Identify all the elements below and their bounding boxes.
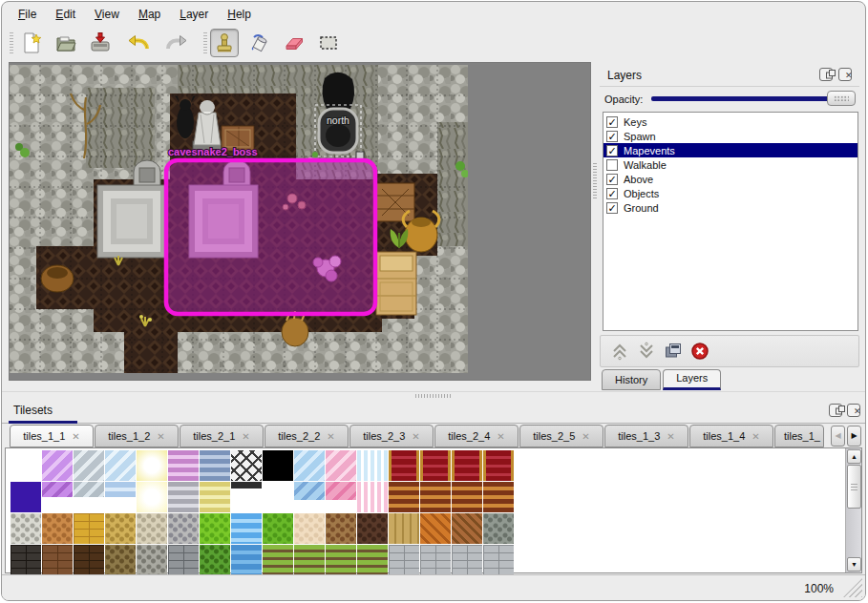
tileset-tab-tiles_1_4[interactable]: tiles_1_4✕	[689, 425, 773, 447]
close-tab-icon[interactable]: ✕	[242, 431, 249, 442]
open-map-button[interactable]	[52, 29, 80, 57]
toolbar-drag-handle[interactable]	[10, 32, 13, 55]
layer-row-keys[interactable]: ✓Keys	[603, 114, 857, 129]
layer-row-spawn[interactable]: ✓Spawn	[603, 129, 857, 143]
tileset-tile[interactable]	[74, 482, 104, 497]
float-panel-button[interactable]	[829, 404, 842, 417]
tileset-tile[interactable]	[74, 513, 104, 544]
layer-row-above[interactable]: ✓Above	[603, 172, 857, 186]
tileset-tile[interactable]	[231, 450, 262, 481]
tileset-tile[interactable]	[200, 450, 230, 481]
layer-visibility-checkbox[interactable]: ✓	[606, 188, 618, 199]
tab-history[interactable]: History	[602, 369, 661, 390]
tileset-tab-tiles_2_3[interactable]: tiles_2_3✕	[349, 425, 434, 447]
tileset-tile[interactable]	[389, 482, 419, 512]
duplicate-layer-button[interactable]	[662, 341, 685, 364]
tileset-tile[interactable]	[231, 545, 262, 575]
tileset-tile[interactable]	[231, 513, 262, 544]
delete-layer-button[interactable]	[688, 341, 711, 364]
close-tab-icon[interactable]: ✕	[412, 431, 419, 442]
tileset-tile[interactable]	[294, 450, 325, 481]
tileset-view[interactable]: ▲ ▼	[5, 447, 862, 573]
lower-layer-button[interactable]	[635, 341, 658, 364]
tileset-tab-tiles_2_1[interactable]: tiles_2_1✕	[180, 425, 264, 447]
stamp-tool-button[interactable]	[210, 29, 239, 57]
save-map-button[interactable]	[86, 29, 115, 57]
tileset-tile[interactable]	[137, 513, 167, 544]
altar-slab[interactable]	[97, 185, 166, 258]
new-map-button[interactable]	[17, 29, 46, 57]
tileset-tile[interactable]	[483, 545, 514, 575]
wooden-crate[interactable]	[376, 252, 416, 315]
map-viewport[interactable]: north	[9, 62, 591, 381]
tileset-tile[interactable]	[357, 450, 388, 481]
basket[interactable]	[41, 265, 74, 292]
tileset-tile[interactable]	[11, 482, 41, 512]
tileset-tile[interactable]	[42, 482, 73, 497]
tileset-tile[interactable]	[74, 545, 104, 575]
tileset-tile[interactable]	[168, 513, 199, 544]
menu-item-view[interactable]: View	[86, 6, 128, 23]
tileset-tile[interactable]	[389, 450, 419, 481]
tileset-tile[interactable]	[294, 482, 325, 500]
tileset-tab-tiles_1_1[interactable]: tiles_1_1✕	[10, 425, 94, 447]
tileset-tab-tiles_2_2[interactable]: tiles_2_2✕	[265, 425, 349, 447]
tileset-tile[interactable]	[137, 545, 167, 575]
close-tab-icon[interactable]: ✕	[72, 431, 79, 442]
close-tab-icon[interactable]: ✕	[667, 431, 674, 442]
tileset-tile[interactable]	[452, 450, 482, 481]
tileset-tile[interactable]	[105, 450, 136, 481]
eraser-tool-button[interactable]	[280, 29, 308, 57]
splitter-grip[interactable]	[593, 163, 597, 199]
tileset-tile[interactable]	[263, 545, 293, 575]
menu-item-layer[interactable]: Layer	[171, 6, 217, 23]
tileset-tile[interactable]	[357, 545, 388, 575]
menu-item-file[interactable]: File	[10, 6, 45, 23]
tileset-tile[interactable]	[42, 513, 73, 544]
tileset-tile[interactable]	[11, 545, 41, 575]
menu-item-map[interactable]: Map	[130, 6, 169, 23]
tileset-tile[interactable]	[231, 482, 262, 497]
tileset-tile[interactable]	[420, 513, 451, 544]
tileset-tile[interactable]	[105, 513, 136, 544]
tileset-tile[interactable]	[357, 482, 388, 512]
tileset-tile[interactable]	[294, 545, 325, 575]
raise-layer-button[interactable]	[608, 341, 631, 364]
tileset-tile[interactable]	[11, 450, 41, 481]
tileset-vertical-scrollbar[interactable]: ▲ ▼	[845, 448, 861, 572]
tileset-tile[interactable]	[452, 545, 482, 575]
tileset-tile[interactable]	[168, 450, 199, 481]
opacity-slider-track[interactable]	[651, 96, 854, 101]
tileset-tile[interactable]	[105, 482, 136, 497]
tileset-tile[interactable]	[357, 513, 388, 544]
tileset-tile[interactable]	[137, 450, 167, 481]
tileset-tile[interactable]	[74, 450, 104, 481]
layer-row-ground[interactable]: ✓Ground	[603, 200, 857, 215]
tileset-tile[interactable]	[11, 513, 41, 544]
tileset-tile[interactable]	[168, 482, 199, 512]
splitter-grip[interactable]	[415, 394, 452, 398]
close-panel-button[interactable]: ✕	[838, 68, 852, 81]
layer-visibility-checkbox[interactable]	[606, 159, 618, 171]
tileset-tile[interactable]	[168, 545, 199, 575]
tileset-tile[interactable]	[483, 482, 514, 512]
close-tab-icon[interactable]: ✕	[752, 431, 759, 442]
tileset-tab-tiles_1_[interactable]: tiles_1_✕	[774, 425, 824, 447]
tileset-tab-tiles_2_4[interactable]: tiles_2_4✕	[434, 425, 519, 447]
tab-layers[interactable]: Layers	[663, 369, 721, 390]
layer-visibility-checkbox[interactable]: ✓	[606, 131, 618, 142]
tileset-tile[interactable]	[420, 450, 451, 481]
redo-button[interactable]	[160, 29, 189, 57]
menu-item-edit[interactable]: Edit	[47, 6, 84, 23]
tileset-tab-tiles_1_2[interactable]: tiles_1_2✕	[95, 425, 179, 447]
map-canvas[interactable]: north	[10, 65, 468, 373]
tileset-tile[interactable]	[200, 545, 230, 575]
tileset-tile[interactable]	[294, 513, 325, 544]
tileset-tile[interactable]	[263, 482, 293, 512]
layer-visibility-checkbox[interactable]: ✓	[606, 174, 618, 185]
tileset-tile[interactable]	[200, 482, 230, 512]
float-panel-button[interactable]	[819, 68, 833, 81]
tileset-tab-tiles_1_3[interactable]: tiles_1_3✕	[604, 425, 688, 447]
tileset-tile[interactable]	[326, 482, 356, 500]
opacity-slider[interactable]	[651, 91, 856, 107]
